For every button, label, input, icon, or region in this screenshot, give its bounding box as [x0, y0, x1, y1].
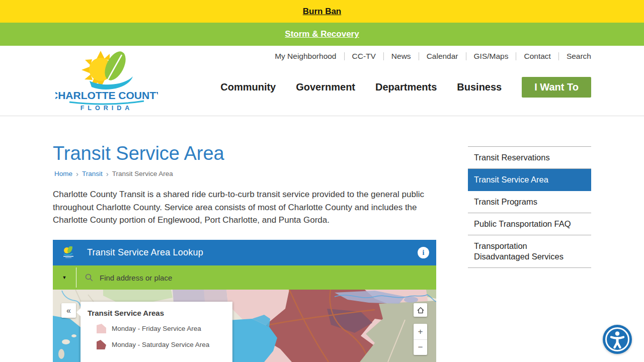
nav-business[interactable]: Business — [457, 81, 502, 93]
zoom-in-button[interactable]: + — [414, 324, 427, 339]
legend-title: Transit Service Areas — [88, 309, 164, 317]
sidebar-link[interactable]: Transit Programs — [468, 191, 591, 213]
utility-link-news[interactable]: News — [384, 52, 419, 61]
sidebar-item-public-transportation-faq: Public Transportation FAQ — [468, 213, 591, 235]
sidebar-item-transit-service-area: Transit Service Area — [468, 169, 591, 191]
legend-collapse-button[interactable]: « — [61, 303, 76, 318]
sidebar-link[interactable]: Transit Reservations — [468, 147, 591, 168]
map-search-bar: ▼ — [53, 265, 436, 290]
map-widget-title: Transit Service Area Lookup — [87, 247, 203, 258]
legend-item-mon-sat: Monday - Saturday Service Area — [97, 340, 209, 349]
logo-state-name: FLORIDA — [80, 105, 133, 112]
map-legend: Transit Service Areas Monday - Friday Se… — [80, 302, 232, 362]
sidebar-item-transit-reservations: Transit Reservations — [468, 147, 591, 169]
storm-recovery-banner: Storm & Recovery — [0, 23, 644, 46]
home-extent-button[interactable] — [414, 303, 427, 317]
divider — [76, 267, 76, 288]
mon-sat-swatch — [97, 340, 106, 349]
utility-link-contact[interactable]: Contact — [516, 52, 558, 61]
zoom-controls: + − — [414, 324, 427, 355]
info-icon[interactable]: i — [418, 247, 429, 258]
section-menu: Transit Reservations Transit Service Are… — [468, 146, 591, 268]
chevron-right-icon: › — [103, 170, 112, 177]
zoom-out-button[interactable]: − — [414, 340, 427, 355]
map-header: Transit Service Area Lookup i — [53, 240, 436, 265]
accessibility-button[interactable] — [603, 325, 632, 354]
breadcrumb: Home › Transit › Transit Service Area — [54, 170, 173, 177]
home-icon — [416, 306, 425, 315]
site-header: CHARLOTTE COUNTY FLORIDA My Neighborhood… — [0, 46, 644, 116]
sidebar-link[interactable]: Public Transportation FAQ — [468, 213, 591, 235]
utility-nav: My Neighborhood CC-TV News Calendar GIS/… — [267, 52, 591, 61]
utility-link-gis-maps[interactable]: GIS/Maps — [466, 52, 516, 61]
chevron-down-icon: ▼ — [62, 275, 67, 280]
main-nav: Community Government Departments Busines… — [220, 76, 591, 98]
map-canvas[interactable]: « Transit Service Areas Monday - Friday … — [53, 290, 436, 362]
utility-link-cc-tv[interactable]: CC-TV — [345, 52, 383, 61]
utility-link-calendar[interactable]: Calendar — [419, 52, 466, 61]
sidebar-item-transit-programs: Transit Programs — [468, 191, 591, 213]
storm-recovery-link[interactable]: Storm & Recovery — [285, 29, 359, 39]
utility-link-search[interactable]: Search — [559, 52, 591, 61]
legend-item-mon-fri: Monday - Friday Service Area — [97, 324, 201, 333]
sidebar-link[interactable]: Transportation Disadvantaged Services — [468, 235, 591, 267]
burn-ban-link[interactable]: Burn Ban — [303, 7, 342, 17]
map-header-logo-icon — [62, 246, 75, 259]
burn-ban-banner: Burn Ban — [0, 0, 644, 23]
county-logo-graphic: CHARLOTTE COUNTY FLORIDA — [55, 49, 158, 112]
i-want-to-button[interactable]: I Want To — [522, 77, 591, 98]
county-logo[interactable]: CHARLOTTE COUNTY FLORIDA — [55, 49, 158, 112]
search-input[interactable] — [94, 274, 436, 282]
nav-community[interactable]: Community — [220, 81, 276, 93]
utility-link-my-neighborhood[interactable]: My Neighborhood — [267, 52, 344, 61]
logo-county-name: CHARLOTTE COUNTY — [55, 89, 158, 101]
transit-map-widget: Transit Service Area Lookup i ▼ — [53, 240, 436, 362]
intro-paragraph: Charlotte County Transit is a shared rid… — [53, 188, 428, 227]
legend-label: Monday - Saturday Service Area — [112, 341, 209, 348]
sidebar-link-active[interactable]: Transit Service Area — [468, 169, 591, 191]
breadcrumb-transit[interactable]: Transit — [82, 170, 103, 177]
nav-government[interactable]: Government — [296, 81, 355, 93]
page-title: Transit Service Area — [53, 143, 224, 164]
breadcrumb-home[interactable]: Home — [54, 170, 72, 177]
collapse-icon: « — [66, 306, 71, 315]
search-source-dropdown[interactable]: ▼ — [53, 265, 76, 290]
chevron-right-icon: › — [72, 170, 82, 177]
nav-departments[interactable]: Departments — [375, 81, 437, 93]
mon-fri-swatch — [97, 324, 106, 333]
accessibility-icon — [603, 325, 632, 354]
legend-label: Monday - Friday Service Area — [112, 325, 201, 332]
sidebar-item-transportation-disadvantaged-services: Transportation Disadvantaged Services — [468, 235, 591, 268]
search-icon — [85, 273, 94, 282]
breadcrumb-current: Transit Service Area — [112, 170, 173, 177]
